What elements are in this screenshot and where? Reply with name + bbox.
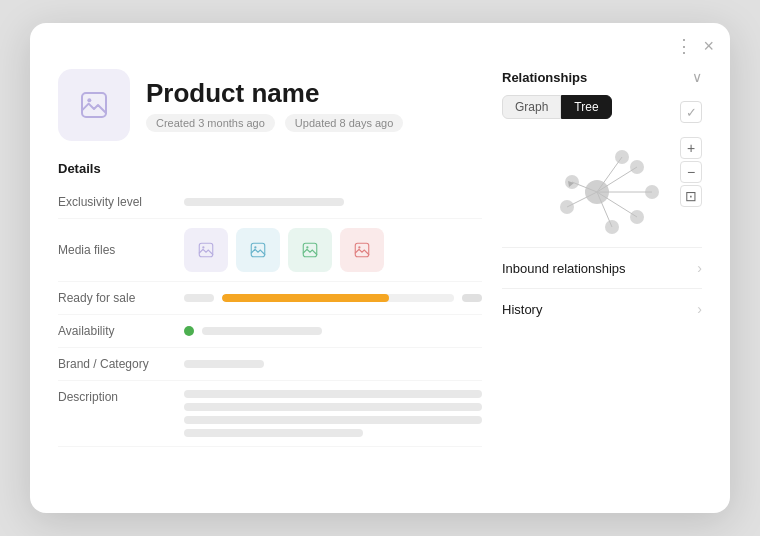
svg-point-5: [254, 246, 256, 248]
details-section-title: Details: [58, 161, 482, 176]
zoom-in-btn[interactable]: +: [680, 137, 702, 159]
svg-rect-6: [303, 243, 317, 257]
content-area: Product name Created 3 months ago Update…: [30, 57, 730, 513]
media-label: Media files: [58, 243, 168, 257]
inbound-chevron-icon: ›: [697, 260, 702, 276]
edge-3: [597, 192, 637, 217]
product-name: Product name: [146, 78, 403, 109]
thumb-icon-4: [353, 241, 371, 259]
media-thumb-2[interactable]: [236, 228, 280, 272]
brand-value: [184, 360, 482, 368]
inbound-relationships-label: Inbound relationships: [502, 261, 626, 276]
history-row[interactable]: History ›: [502, 288, 702, 329]
progress-prefix: [184, 294, 214, 302]
product-meta: Created 3 months ago Updated 8 days ago: [146, 114, 403, 132]
detail-row-ready: Ready for sale: [58, 282, 482, 315]
detail-row-description: Description: [58, 381, 482, 447]
progress-track: [222, 294, 454, 302]
thumb-icon-2: [249, 241, 267, 259]
title-bar: ⋮ ×: [30, 23, 730, 57]
media-thumb-1[interactable]: [184, 228, 228, 272]
availability-dot: [184, 326, 194, 336]
ready-value: [184, 294, 482, 302]
exclusivity-value: [184, 198, 482, 206]
check-button[interactable]: ✓: [680, 101, 702, 123]
more-icon[interactable]: ⋮: [675, 35, 693, 57]
zoom-reset-btn[interactable]: ⊡: [680, 185, 702, 207]
description-label: Description: [58, 390, 168, 404]
relationships-title: Relationships: [502, 70, 587, 85]
media-value: [184, 228, 482, 272]
detail-row-exclusivity: Exclusivity level: [58, 186, 482, 219]
history-label: History: [502, 302, 542, 317]
svg-rect-4: [251, 243, 265, 257]
desc-line-2: [184, 403, 482, 411]
detail-row-availability: Availability: [58, 315, 482, 348]
svg-point-7: [306, 246, 308, 248]
svg-point-1: [87, 98, 91, 102]
description-value: [184, 390, 482, 437]
tree-toggle-btn[interactable]: Tree: [561, 95, 611, 119]
availability-label: Availability: [58, 324, 168, 338]
availability-value: [184, 326, 482, 336]
svg-rect-8: [355, 243, 369, 257]
desc-line-3: [184, 416, 482, 424]
desc-line-4: [184, 429, 363, 437]
left-panel: Product name Created 3 months ago Update…: [58, 69, 482, 493]
ready-label: Ready for sale: [58, 291, 168, 305]
relationships-chevron-icon[interactable]: ∨: [692, 69, 702, 85]
image-placeholder-icon: [78, 89, 110, 121]
skeleton: [184, 198, 344, 206]
view-toggle: Graph Tree: [502, 95, 612, 119]
svg-rect-0: [82, 93, 106, 117]
updated-badge: Updated 8 days ago: [285, 114, 403, 132]
zoom-controls: + − ⊡: [680, 137, 702, 207]
progress-fill: [222, 294, 389, 302]
media-thumb-4[interactable]: [340, 228, 384, 272]
right-panel: Relationships ∨ Graph Tree ✓: [502, 69, 702, 493]
history-chevron-icon: ›: [697, 301, 702, 317]
thumb-icon-1: [197, 241, 215, 259]
svg-point-9: [358, 246, 360, 248]
main-window: ⋮ × Product name Created 3 months ago: [30, 23, 730, 513]
svg-rect-2: [199, 243, 213, 257]
graph-toggle-btn[interactable]: Graph: [502, 95, 561, 119]
brand-label: Brand / Category: [58, 357, 168, 371]
graph-container: [502, 137, 702, 247]
relationships-header: Relationships ∨: [502, 69, 702, 85]
exclusivity-label: Exclusivity level: [58, 195, 168, 209]
zoom-out-btn[interactable]: −: [680, 161, 702, 183]
graph-svg: [502, 137, 702, 247]
availability-skeleton: [202, 327, 322, 335]
description-lines: [184, 390, 482, 437]
desc-line-1: [184, 390, 482, 398]
close-icon[interactable]: ×: [703, 36, 714, 57]
progress-suffix: [462, 294, 482, 302]
media-thumb-3[interactable]: [288, 228, 332, 272]
graph-area: + − ⊡: [502, 137, 702, 247]
media-thumbs: [184, 228, 384, 272]
created-badge: Created 3 months ago: [146, 114, 275, 132]
thumb-icon-3: [301, 241, 319, 259]
edge-5: [597, 157, 622, 192]
progress-container: [184, 294, 482, 302]
product-info: Product name Created 3 months ago Update…: [146, 78, 403, 131]
product-image: [58, 69, 130, 141]
detail-row-media: Media files: [58, 219, 482, 282]
inbound-relationships-row[interactable]: Inbound relationships ›: [502, 247, 702, 288]
brand-skeleton: [184, 360, 264, 368]
toggle-row: Graph Tree ✓: [502, 95, 702, 129]
edge-1: [597, 167, 637, 192]
detail-row-brand: Brand / Category: [58, 348, 482, 381]
product-header: Product name Created 3 months ago Update…: [58, 69, 482, 141]
svg-point-3: [202, 246, 204, 248]
